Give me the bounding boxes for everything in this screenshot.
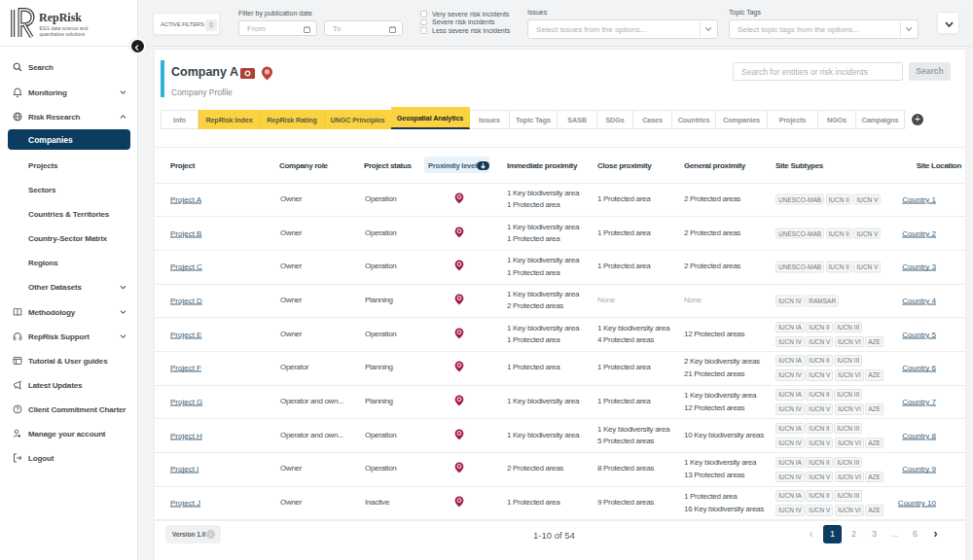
svg-text:quantitative solutions: quantitative solutions: [40, 31, 86, 37]
svg-text:RepRisk: RepRisk: [39, 11, 82, 24]
